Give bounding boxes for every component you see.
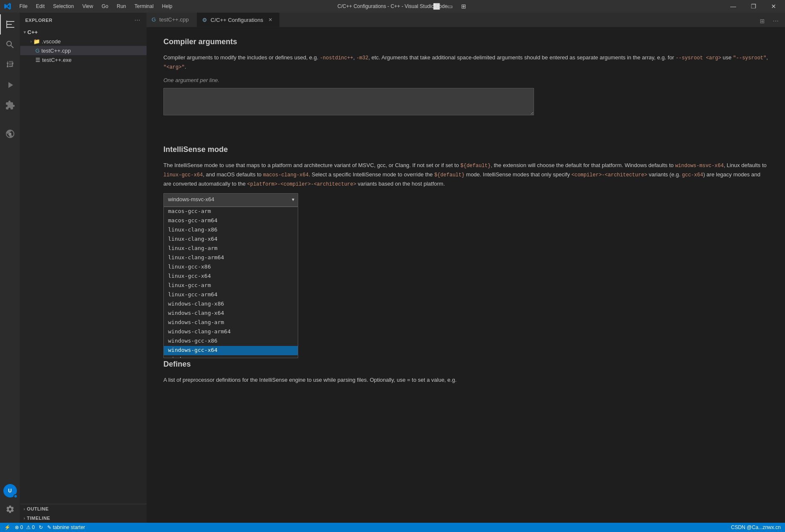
outline-section[interactable]: › OUTLINE	[20, 504, 147, 513]
maximize-button[interactable]: ❐	[744, 0, 763, 13]
user-avatar[interactable]: U	[3, 484, 17, 497]
chevron-right-icon: ›	[24, 507, 25, 511]
activity-explorer-icon[interactable]	[0, 14, 20, 35]
activity-bar: U	[0, 13, 20, 523]
tabnine-label: tabnine starter	[53, 524, 85, 530]
status-bar-left: ⚡ ⊗ 0 ⚠ 0 ↻ ✎ tabnine starter	[4, 524, 85, 530]
titlebar: File Edit Selection View Go Run Terminal…	[0, 0, 785, 13]
new-file-icon[interactable]: ⋯	[133, 16, 142, 24]
activity-run-debug-icon[interactable]	[0, 75, 20, 95]
compiler-args-hint: One argument per line.	[163, 76, 768, 85]
compiler-args-input[interactable]	[163, 88, 534, 115]
menu-go[interactable]: Go	[97, 2, 112, 11]
dropdown-item[interactable]: linux-clang-arm	[164, 244, 298, 253]
intellisense-section: IntelliSense mode The IntelliSense mode …	[163, 144, 768, 207]
dropdown-item[interactable]: windows-clang-x64	[164, 309, 298, 318]
dropdown-item[interactable]: linux-clang-x64	[164, 235, 298, 244]
selected-value: windows-msvc-x64	[168, 195, 214, 204]
config-tab-icon: ⚙	[202, 17, 207, 23]
tab-bar-actions: ⊞ ⋯	[756, 15, 785, 27]
tree-item-cpp[interactable]: G testC++.cpp	[20, 46, 147, 55]
tab-label: testC++.cpp	[159, 16, 189, 23]
window-controls: — ❐ ✕	[724, 0, 785, 13]
activity-remote-icon[interactable]	[0, 124, 20, 144]
minimize-button[interactable]: —	[724, 0, 743, 13]
dropdown-item[interactable]: linux-gcc-arm	[164, 281, 298, 290]
intellisense-dropdown-list[interactable]: macos-gcc-arm macos-gcc-arm64 linux-clan…	[163, 207, 298, 358]
dropdown-arrow-icon: ▾	[292, 196, 294, 204]
tree-item-label: testC++.exe	[42, 57, 72, 63]
status-bar-right: CSDN @Ca...znwx.cn	[731, 524, 781, 530]
dropdown-item-selected[interactable]: windows-gcc-x64	[164, 346, 298, 355]
menu-help[interactable]: Help	[158, 2, 177, 11]
svg-point-2	[7, 66, 8, 67]
compiler-args-title: Compiler arguments	[163, 36, 768, 48]
warning-count: 0	[32, 524, 35, 530]
error-count: 0	[20, 524, 23, 530]
tab-configurations[interactable]: ⚙ C/C++ Configurations ✕	[197, 13, 280, 27]
sidebar-bottom: › OUTLINE › TIMELINE	[20, 504, 147, 523]
window-title: C/C++ Configurations - C++ - Visual Stud…	[337, 3, 447, 9]
tab-testcpp[interactable]: G testC++.cpp	[147, 13, 197, 27]
intellisense-description: The IntelliSense mode to use that maps t…	[163, 161, 768, 189]
settings-icon[interactable]	[0, 499, 20, 519]
tabnine-status[interactable]: ✎ tabnine starter	[47, 524, 85, 530]
compiler-args-section: Compiler arguments Compiler arguments to…	[163, 36, 768, 131]
dropdown-item[interactable]: macos-gcc-arm	[164, 207, 298, 216]
timeline-section[interactable]: › TIMELINE	[20, 513, 147, 523]
tree-item-vscode[interactable]: › 📁 .vscode	[20, 37, 147, 46]
dropdown-item[interactable]: windows-gcc-x86	[164, 337, 298, 346]
menu-bar: File Edit Selection View Go Run Terminal…	[15, 2, 176, 11]
split-editor-icon[interactable]: ⊞	[756, 15, 768, 27]
dropdown-item[interactable]: linux-clang-x86	[164, 226, 298, 235]
defines-title: Defines	[163, 358, 768, 370]
folder-icon: 📁	[33, 38, 40, 45]
warning-icon: ⚠	[26, 524, 31, 530]
tab-close-button[interactable]: ✕	[267, 16, 274, 24]
tree-item-exe[interactable]: ☰ testC++.exe	[20, 55, 147, 64]
activity-extensions-icon[interactable]	[0, 95, 20, 115]
dropdown-item[interactable]: windows-clang-arm	[164, 318, 298, 327]
remote-status-item[interactable]: ⚡	[4, 524, 11, 530]
menu-file[interactable]: File	[15, 2, 32, 11]
menu-edit[interactable]: Edit	[32, 2, 49, 11]
dropdown-item[interactable]: linux-gcc-arm64	[164, 290, 298, 300]
menu-run[interactable]: Run	[112, 2, 130, 11]
file-tree: ▾ C++ › 📁 .vscode G testC++.cpp ☰ testC+…	[20, 27, 147, 504]
intellisense-select[interactable]: windows-msvc-x64 ▾	[163, 193, 298, 207]
menu-selection[interactable]: Selection	[49, 2, 78, 11]
dropdown-item[interactable]: linux-gcc-x64	[164, 272, 298, 281]
tree-root-cpp[interactable]: ▾ C++	[20, 27, 147, 37]
dropdown-item[interactable]: windows-clang-arm64	[164, 327, 298, 337]
exe-file-icon: ☰	[35, 57, 40, 63]
error-warning-status[interactable]: ⊗ 0 ⚠ 0	[15, 524, 35, 530]
chevron-right-icon: ›	[24, 516, 25, 521]
dropdown-item[interactable]: macos-gcc-arm64	[164, 216, 298, 226]
tab-label: C/C++ Configurations	[211, 17, 263, 23]
csdn-status[interactable]: CSDN @Ca...znwx.cn	[731, 524, 781, 530]
cpp-file-icon: G	[35, 48, 40, 54]
dropdown-item[interactable]: linux-gcc-x86	[164, 263, 298, 272]
tab-bar: G testC++.cpp ⚙ C/C++ Configurations ✕ ⊞…	[147, 13, 785, 27]
dropdown-item[interactable]: windows-clang-x86	[164, 300, 298, 309]
timeline-label: TIMELINE	[27, 516, 50, 521]
sync-status[interactable]: ↻	[39, 524, 43, 530]
tabnine-icon: ✎	[47, 524, 51, 530]
remote-icon: ⚡	[4, 524, 11, 530]
menu-view[interactable]: View	[78, 2, 97, 11]
editor-content[interactable]: Compiler arguments Compiler arguments to…	[147, 27, 785, 523]
activity-bar-bottom: U	[0, 484, 20, 523]
menu-terminal[interactable]: Terminal	[130, 2, 158, 11]
sidebar-actions: ⋯	[133, 16, 142, 24]
dropdown-item[interactable]: linux-clang-arm64	[164, 253, 298, 263]
intellisense-title: IntelliSense mode	[163, 144, 768, 156]
cpp-tab-icon: G	[152, 16, 156, 23]
activity-search-icon[interactable]	[0, 35, 20, 55]
close-button[interactable]: ✕	[764, 0, 783, 13]
layout-icon[interactable]: ⊞	[458, 0, 470, 12]
main-layout: U EXPLORER ⋯ ▾ C++ › 📁 .vscode	[0, 13, 785, 523]
activity-source-control-icon[interactable]	[0, 55, 20, 75]
dropdown-item[interactable]: windows-gcc-arm	[164, 355, 298, 358]
intellisense-dropdown-container[interactable]: windows-msvc-x64 ▾ macos-gcc-arm macos-g…	[163, 193, 298, 207]
more-actions-icon[interactable]: ⋯	[770, 15, 782, 27]
